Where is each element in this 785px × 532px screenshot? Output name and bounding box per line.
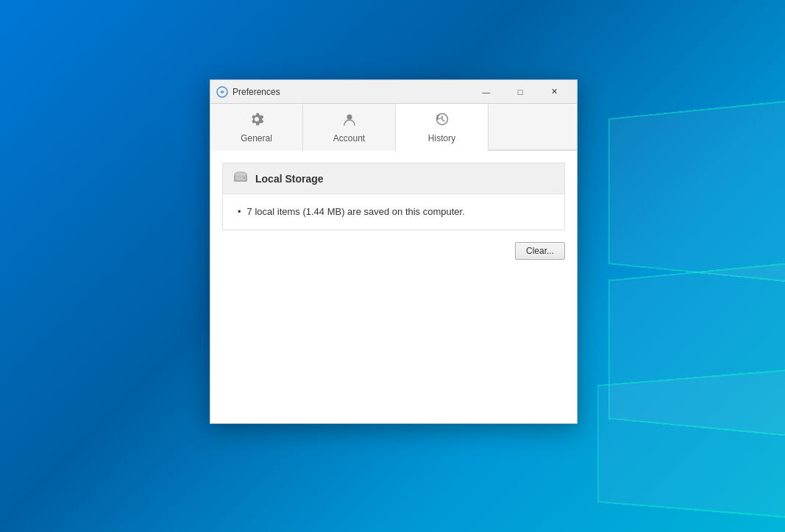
tab-account[interactable]: Account bbox=[303, 104, 396, 151]
tab-general[interactable]: General bbox=[210, 104, 303, 151]
history-icon bbox=[434, 111, 450, 131]
storage-header: Local Storage bbox=[223, 163, 564, 194]
window-controls: — □ ✕ bbox=[469, 80, 571, 104]
tab-general-label: General bbox=[241, 133, 272, 143]
local-storage-section: Local Storage • 7 local items (1.44 MB) … bbox=[222, 163, 565, 230]
tab-content: Local Storage • 7 local items (1.44 MB) … bbox=[210, 151, 577, 423]
decorative-shape-3 bbox=[597, 368, 785, 519]
tab-history[interactable]: History bbox=[396, 104, 489, 151]
decorative-shape-1 bbox=[608, 100, 785, 283]
storage-info-text: 7 local items (1.44 MB) are saved on thi… bbox=[247, 205, 465, 219]
person-icon bbox=[341, 111, 358, 131]
app-icon bbox=[216, 86, 228, 98]
tab-account-label: Account bbox=[333, 133, 365, 143]
svg-point-2 bbox=[347, 115, 352, 120]
svg-point-8 bbox=[244, 177, 245, 179]
svg-point-7 bbox=[235, 173, 246, 177]
svg-point-1 bbox=[255, 117, 259, 121]
gear-icon bbox=[249, 111, 265, 131]
clear-button[interactable]: Clear... bbox=[515, 242, 565, 260]
preferences-window: Preferences — □ ✕ General bbox=[210, 79, 578, 424]
tab-history-label: History bbox=[428, 133, 455, 143]
close-button[interactable]: ✕ bbox=[537, 80, 571, 104]
button-row: Clear... bbox=[222, 239, 565, 266]
window-title: Preferences bbox=[232, 87, 469, 97]
bullet-point: • bbox=[238, 205, 241, 219]
minimize-button[interactable]: — bbox=[469, 80, 503, 104]
tab-bar: General Account History bbox=[210, 104, 577, 151]
maximize-button[interactable]: □ bbox=[503, 80, 537, 104]
titlebar: Preferences — □ ✕ bbox=[210, 80, 577, 104]
storage-info-item: • 7 local items (1.44 MB) are saved on t… bbox=[238, 205, 550, 219]
storage-title: Local Storage bbox=[255, 173, 324, 185]
storage-icon bbox=[233, 171, 248, 186]
storage-body: • 7 local items (1.44 MB) are saved on t… bbox=[223, 194, 564, 230]
tab-spacer bbox=[489, 104, 577, 150]
